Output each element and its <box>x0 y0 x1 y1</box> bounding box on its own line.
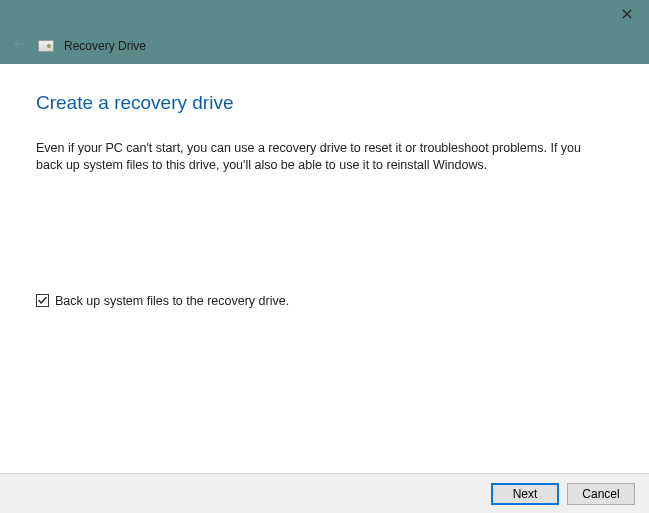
content-area: Create a recovery drive Even if your PC … <box>0 64 649 473</box>
footer: Next Cancel <box>0 473 649 513</box>
drive-icon <box>38 40 54 52</box>
next-button[interactable]: Next <box>491 483 559 505</box>
close-button[interactable] <box>604 0 649 28</box>
backup-checkbox-label: Back up system files to the recovery dri… <box>55 294 289 308</box>
back-arrow-icon <box>10 36 26 56</box>
checkmark-icon <box>37 295 48 306</box>
wizard-header: Recovery Drive <box>0 28 649 64</box>
page-description: Even if your PC can't start, you can use… <box>36 140 596 174</box>
titlebar <box>0 0 649 28</box>
window-title: Recovery Drive <box>64 39 146 53</box>
next-button-label: Next <box>513 487 538 501</box>
backup-checkbox-row[interactable]: Back up system files to the recovery dri… <box>36 294 613 308</box>
backup-checkbox[interactable] <box>36 294 49 307</box>
back-button <box>8 36 28 56</box>
cancel-button-label: Cancel <box>582 487 619 501</box>
page-heading: Create a recovery drive <box>36 92 613 114</box>
close-icon <box>622 6 632 22</box>
cancel-button[interactable]: Cancel <box>567 483 635 505</box>
